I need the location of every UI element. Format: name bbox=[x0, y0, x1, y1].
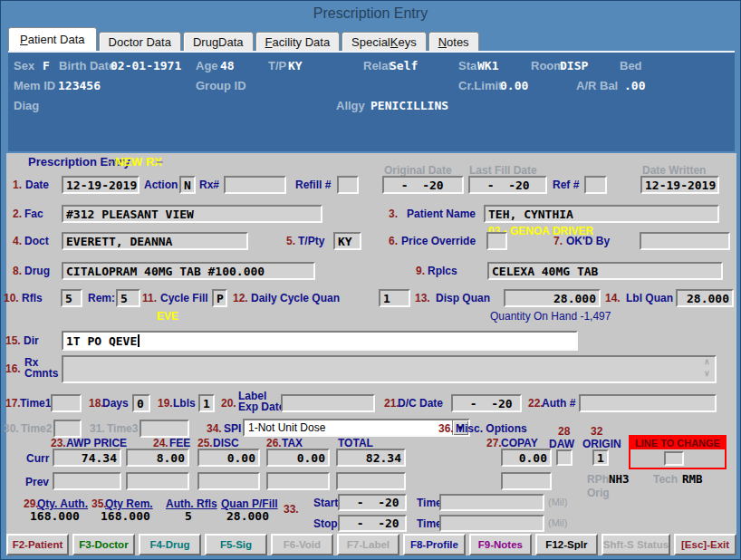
prescription-entry-window: Prescription Entry Patient Data Doctor D… bbox=[0, 0, 741, 560]
allergy-value: PENICILLINS bbox=[370, 99, 448, 112]
age-value: 48 bbox=[220, 59, 235, 72]
f4-drug-button[interactable]: F4-Drug bbox=[139, 534, 201, 555]
ref-number-field[interactable] bbox=[584, 176, 607, 194]
tab-drug-data[interactable]: Drug Data bbox=[183, 32, 254, 51]
cycle-fill-note: EVE bbox=[157, 310, 178, 323]
auth-number-field[interactable] bbox=[579, 394, 717, 412]
field-9-num: 9. bbox=[416, 265, 425, 277]
tab-patient-data[interactable]: Patient Data bbox=[8, 27, 97, 51]
stop-time-field[interactable] bbox=[439, 515, 544, 532]
directions-text: 1T PO QEVE bbox=[66, 334, 137, 348]
f12-splr-button[interactable]: F12-Splr bbox=[535, 534, 598, 555]
dc-date-field[interactable]: - -20 bbox=[451, 394, 522, 412]
f3-doctor-button[interactable]: F3-Doctor bbox=[72, 534, 135, 555]
rx-comments-field[interactable] bbox=[62, 355, 717, 383]
sta-label: Sta bbox=[458, 59, 476, 72]
prev-tax-field bbox=[266, 472, 330, 490]
tab-label: F bbox=[265, 35, 273, 49]
replaces-field[interactable]: CELEXA 40MG TAB bbox=[487, 262, 723, 280]
start-date-field[interactable]: - -20 bbox=[338, 494, 407, 511]
ar-bal-value: .00 bbox=[624, 79, 645, 92]
prev-fee-field bbox=[126, 472, 189, 490]
date-field[interactable]: 12-19-2019 bbox=[62, 176, 140, 194]
tax-header: TAX bbox=[282, 437, 303, 449]
f9-notes-button[interactable]: F9-Notes bbox=[469, 534, 532, 555]
auth-refills-value: 5 bbox=[185, 509, 192, 523]
date-written-field[interactable]: 12-19-2019 bbox=[640, 176, 719, 194]
disp-quan-field[interactable]: 28.000 bbox=[504, 289, 601, 307]
spi-select[interactable]: 1-Not Unit Dose ▼ bbox=[243, 419, 470, 437]
tab-facility-data[interactable]: Facility Data bbox=[255, 32, 341, 51]
scroll-down-icon[interactable]: ∨ bbox=[704, 369, 710, 378]
facility-field[interactable]: #312 PLEASANT VIEW bbox=[62, 205, 322, 223]
esc-exit-button[interactable]: [Esc]-Exit bbox=[674, 534, 736, 555]
action-label: Action bbox=[144, 179, 178, 191]
field-12-num: 12. bbox=[233, 292, 248, 304]
okd-by-field[interactable] bbox=[640, 232, 730, 250]
tp-label: T/P bbox=[268, 59, 286, 72]
last-fill-date-field[interactable]: - -20 bbox=[468, 176, 547, 194]
allergy-label: Allgy bbox=[336, 99, 365, 112]
days-field[interactable]: 0 bbox=[132, 394, 150, 412]
refill-label: Refill # bbox=[295, 179, 331, 191]
daw-field[interactable] bbox=[556, 449, 573, 466]
field-4-num: 4. bbox=[13, 235, 22, 247]
rph-value: NH3 bbox=[609, 472, 630, 486]
date-written-label: Date Written bbox=[642, 164, 706, 177]
stop-date-field[interactable]: - -20 bbox=[338, 515, 407, 532]
curr-awp-field[interactable]: 74.34 bbox=[53, 449, 121, 467]
field-6-num: 6. bbox=[389, 235, 398, 247]
prev-row-label: Prev bbox=[25, 476, 49, 488]
field-20-num: 20. bbox=[221, 397, 236, 410]
curr-fee-field[interactable]: 8.00 bbox=[126, 449, 189, 467]
patient-name-label: Patient Name bbox=[407, 208, 476, 220]
daily-cycle-quan-label: Daily Cycle Quan bbox=[251, 292, 340, 304]
origin-field[interactable]: 1 bbox=[592, 449, 609, 466]
time3-field bbox=[140, 420, 189, 438]
stop-mil-label: (Mil) bbox=[548, 517, 567, 528]
curr-row-label: Curr bbox=[26, 452, 49, 465]
f8-profile-button[interactable]: F8-Profile bbox=[403, 534, 466, 555]
labels-count-field[interactable]: 1 bbox=[198, 394, 215, 412]
tab-notes[interactable]: Notes bbox=[428, 32, 479, 51]
label-exp-date-field[interactable] bbox=[281, 394, 375, 412]
time1-field[interactable] bbox=[51, 394, 82, 412]
tab-label: g bbox=[212, 35, 218, 49]
refills-field[interactable]: 5 bbox=[61, 289, 82, 307]
line-to-change-field[interactable] bbox=[664, 451, 684, 466]
tab-special-keys[interactable]: Special Keys bbox=[342, 32, 427, 51]
original-date-field[interactable]: - -20 bbox=[382, 176, 464, 194]
stop-date-label: Stop bbox=[313, 517, 338, 530]
tpty-field[interactable]: KY bbox=[333, 232, 361, 250]
refill-field[interactable] bbox=[337, 176, 359, 194]
daily-cycle-quan-field[interactable]: 1 bbox=[379, 289, 410, 307]
f5-sig-button[interactable]: F5-Sig bbox=[205, 534, 267, 555]
rx-number-field[interactable] bbox=[224, 176, 286, 194]
f2-patient-button[interactable]: F2-Patient bbox=[6, 534, 69, 555]
scroll-up-icon[interactable]: ∧ bbox=[704, 357, 710, 366]
patient-summary-panel: Sex F Birth Date 02-01-1971 Age 48 T/P K… bbox=[8, 51, 735, 151]
qty-rem-value: 168.000 bbox=[101, 509, 150, 523]
remaining-field[interactable]: 5 bbox=[116, 289, 140, 307]
cycle-fill-field[interactable]: P bbox=[212, 289, 227, 307]
start-time-field[interactable] bbox=[439, 494, 544, 511]
last-fill-date-label: Last Fill Date bbox=[469, 164, 537, 177]
doctor-field[interactable]: EVERETT, DEANNA bbox=[62, 232, 248, 250]
drug-field[interactable]: CITALOPRAM 40MG TAB #100.000 bbox=[62, 262, 315, 280]
curr-tax-field[interactable]: 0.00 bbox=[266, 449, 330, 467]
awp-price-header: AWP PRICE bbox=[66, 437, 127, 449]
curr-disc-field[interactable]: 0.00 bbox=[197, 449, 260, 467]
price-override-field[interactable] bbox=[486, 232, 507, 250]
birth-date-label: Birth Date bbox=[59, 59, 115, 72]
action-field[interactable]: N bbox=[179, 176, 196, 194]
mem-id-value: 123456 bbox=[58, 79, 101, 92]
orig-label: Orig bbox=[587, 487, 610, 499]
group-id-label: Group ID bbox=[196, 79, 246, 92]
ref-number-label: Ref # bbox=[553, 179, 579, 191]
patient-name-field[interactable]: TEH, CYNTHIA bbox=[484, 205, 719, 223]
curr-copay-field[interactable]: 0.00 bbox=[501, 449, 552, 467]
directions-field[interactable]: 1T PO QEVE bbox=[62, 331, 578, 351]
legend-dash bbox=[107, 161, 113, 163]
tab-doctor-data[interactable]: Doctor Data bbox=[99, 32, 181, 51]
lbl-quan-field[interactable]: 28.000 bbox=[676, 289, 734, 307]
